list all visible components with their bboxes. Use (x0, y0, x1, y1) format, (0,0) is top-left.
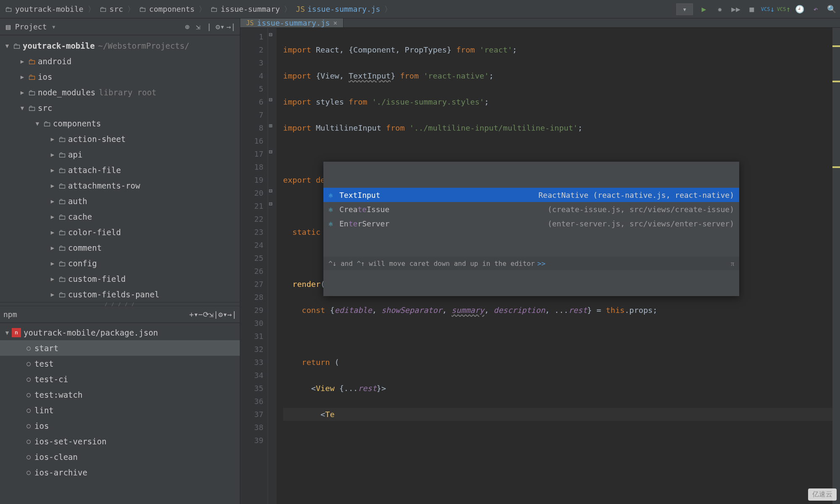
expand-arrow-icon[interactable]: ▼ (3, 329, 12, 336)
npm-script-item[interactable]: ○ios-set-version (0, 433, 240, 449)
search-everywhere-button[interactable]: 🔍 (827, 4, 837, 14)
npm-root[interactable]: ▼ n youtrack-mobile/package.json (0, 325, 240, 340)
expand-arrow-icon[interactable]: ▶ (18, 89, 27, 96)
warning-marker[interactable] (832, 81, 840, 82)
editor-tab[interactable]: JS issue-summary.js × (240, 18, 344, 27)
tree-item[interactable]: ▶🗀action-sheet (0, 131, 240, 147)
npm-script-item[interactable]: ○start (0, 340, 240, 356)
completion-item[interactable]: ⚛TextInputReactNative (react-native.js, … (323, 188, 739, 202)
undo-button[interactable]: ↶ (811, 4, 821, 14)
breadcrumb-file[interactable]: JS issue-summary.js (294, 4, 382, 14)
tree-item[interactable]: ▶🗀android (0, 53, 240, 69)
remove-icon[interactable]: − (198, 310, 203, 319)
code-editor[interactable]: import React, {Component, PropTypes} fro… (277, 28, 832, 504)
expand-arrow-icon[interactable]: ▶ (48, 260, 57, 267)
split-drag-handle[interactable]: / / / / / (0, 302, 240, 306)
gear-icon[interactable]: ⚙▾ (218, 310, 228, 319)
tree-item[interactable]: ▼🗀src (0, 100, 240, 116)
tree-item[interactable]: ▶🗀api (0, 147, 240, 162)
fold-column[interactable]: ⊟ ⊟ ⊞ ⊟ ⊟ ⊟ (268, 28, 277, 504)
warning-marker[interactable] (832, 45, 840, 47)
expand-arrow-icon[interactable]: ▶ (48, 167, 57, 173)
expand-arrow-icon[interactable]: ▶ (48, 198, 57, 205)
expand-arrow-icon[interactable]: ▶ (48, 182, 57, 189)
tree-item[interactable]: ▶🗀config (0, 255, 240, 271)
npm-tree[interactable]: ▼ n youtrack-mobile/package.json ○start○… (0, 323, 240, 504)
folder-icon: 🗀 (27, 88, 37, 97)
run-config-dropdown[interactable]: ▾ (676, 3, 693, 15)
debug-button[interactable]: ✹ (715, 4, 725, 14)
tree-item[interactable]: ▼🗀components (0, 116, 240, 131)
run-button[interactable]: ▶ (699, 4, 709, 14)
tree-item[interactable]: ▶🗀custom-field (0, 271, 240, 286)
tree-item[interactable]: ▶🗀comment (0, 240, 240, 255)
tree-item[interactable]: ▶🗀auth (0, 193, 240, 209)
expand-arrow-icon[interactable]: ▶ (48, 244, 57, 251)
tree-item[interactable]: ▶🗀ios (0, 69, 240, 84)
hide-icon[interactable]: →| (227, 310, 236, 319)
fold-icon[interactable]: ⊟ (269, 31, 272, 38)
code-completion-popup[interactable]: ⚛TextInputReactNative (react-native.js, … (323, 162, 739, 296)
completion-item[interactable]: ⚛CreateIssue(create-issue.js, src/views/… (323, 202, 739, 216)
npm-panel-header[interactable]: npm +▾ − ⟳ ⇲ | ⚙▾ →| (0, 306, 240, 323)
fold-icon[interactable]: ⊟ (269, 148, 272, 155)
tree-item[interactable]: ▶🗀color-field (0, 224, 240, 240)
npm-script-item[interactable]: ○ios-archive (0, 465, 240, 480)
vcs-update-button[interactable]: VCS↓ (763, 4, 773, 14)
expand-arrow-icon[interactable]: ▶ (48, 136, 57, 142)
tree-root[interactable]: ▼ 🗀 youtrack-mobile ~/WebstormProjects/ (0, 38, 240, 53)
npm-script-item[interactable]: ○test:watch (0, 387, 240, 402)
tree-item[interactable]: ▶🗀attachments-row (0, 178, 240, 193)
fold-icon[interactable]: ⊟ (269, 187, 272, 194)
breadcrumb-item[interactable]: 🗀issue-summary (209, 4, 281, 14)
expand-arrow-icon[interactable]: ▶ (48, 213, 57, 220)
collapse-icon[interactable]: ⇲ (193, 22, 204, 31)
fold-icon[interactable]: ⊟ (269, 96, 272, 103)
tree-item[interactable]: ▶🗀attach-file (0, 162, 240, 178)
expand-arrow-icon[interactable]: ▶ (48, 291, 57, 298)
breadcrumb-item[interactable]: 🗀components (137, 4, 196, 14)
bullet-icon: ○ (23, 344, 34, 352)
add-icon[interactable]: +▾ (189, 310, 198, 319)
warning-marker[interactable] (832, 166, 840, 168)
vcs-commit-button[interactable]: VCS↑ (779, 4, 789, 14)
tree-item[interactable]: ▶🗀cache (0, 209, 240, 224)
hide-icon[interactable]: →| (226, 22, 236, 31)
line-gutter[interactable]: 1234567816171819202122232425262728293031… (240, 28, 268, 504)
folder-icon: 🗀 (139, 5, 147, 13)
completion-more-link[interactable]: >> (535, 257, 545, 270)
project-tree[interactable]: ▼ 🗀 youtrack-mobile ~/WebstormProjects/ … (0, 35, 240, 302)
react-icon: ⚛ (328, 203, 339, 216)
npm-script-item[interactable]: ○test-ci (0, 371, 240, 387)
close-icon[interactable]: × (333, 19, 337, 27)
expand-arrow-icon[interactable]: ▶ (48, 276, 57, 282)
tree-item[interactable]: ▶🗀custom-fields-panel (0, 286, 240, 302)
expand-arrow-icon[interactable]: ▼ (3, 42, 12, 49)
pi-icon[interactable]: π (731, 257, 734, 270)
refresh-icon[interactable]: ⟳ (203, 310, 209, 319)
fold-icon[interactable]: ⊞ (269, 122, 272, 129)
coverage-button[interactable]: ▶▶ (731, 4, 741, 14)
npm-script-item[interactable]: ○test (0, 356, 240, 371)
breadcrumb-item[interactable]: 🗀src (98, 4, 125, 14)
expand-arrow-icon[interactable]: ▶ (18, 58, 27, 65)
error-stripe[interactable] (832, 28, 840, 504)
gear-icon[interactable]: ⚙▾ (215, 22, 226, 31)
stop-button[interactable]: ■ (747, 4, 757, 14)
expand-arrow-icon[interactable]: ▶ (18, 74, 27, 80)
breadcrumb-item[interactable]: 🗀youtrack-mobile (3, 4, 85, 14)
project-panel-header[interactable]: ▤ Project ▾ ⊕ ⇲ | ⚙▾ →| (0, 18, 240, 35)
expand-arrow-icon[interactable]: ▶ (48, 151, 57, 158)
expand-arrow-icon[interactable]: ▼ (18, 105, 27, 111)
npm-script-item[interactable]: ○lint (0, 402, 240, 418)
tree-item[interactable]: ▶🗀node_moduleslibrary root (0, 84, 240, 100)
npm-script-item[interactable]: ○ios-clean (0, 449, 240, 465)
expand-arrow-icon[interactable]: ▶ (48, 229, 57, 236)
expand-arrow-icon[interactable]: ▼ (33, 120, 42, 127)
locate-icon[interactable]: ⊕ (182, 22, 193, 31)
history-button[interactable]: 🕘 (795, 4, 805, 14)
collapse-icon[interactable]: ⇲ (209, 310, 214, 319)
npm-script-item[interactable]: ○ios (0, 418, 240, 433)
completion-item[interactable]: ⚛EnterServer(enter-server.js, src/views/… (323, 216, 739, 231)
fold-icon[interactable]: ⊟ (269, 200, 272, 207)
